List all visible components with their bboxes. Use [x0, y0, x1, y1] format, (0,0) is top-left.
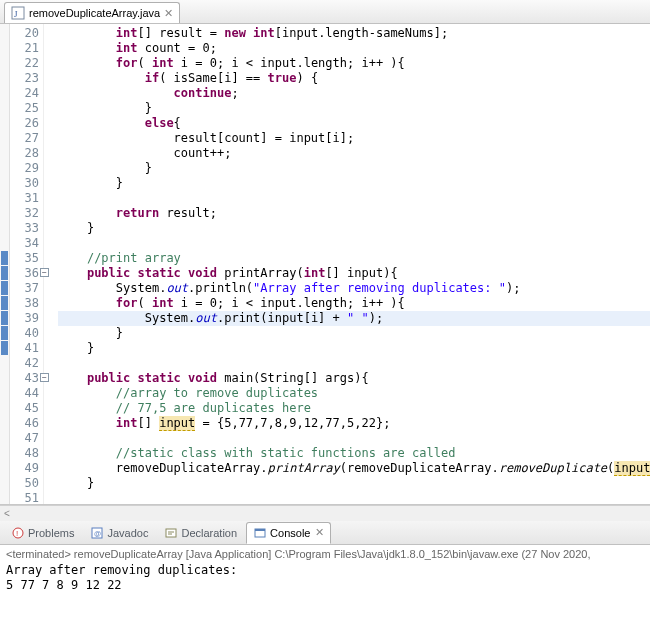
code-line[interactable]: } — [58, 161, 650, 176]
svg-text:@: @ — [94, 530, 101, 537]
marker-bar — [0, 24, 10, 504]
line-number: 46 — [10, 416, 39, 431]
line-number: 22 — [10, 56, 39, 71]
horizontal-scrollbar[interactable]: < — [0, 505, 650, 521]
code-line[interactable]: else{ — [58, 116, 650, 131]
line-number: 21 — [10, 41, 39, 56]
line-number: 43− — [10, 371, 39, 386]
line-number: 31 — [10, 191, 39, 206]
code-line[interactable]: System.out.print(input[i] + " "); — [58, 311, 650, 326]
line-number: 35 — [10, 251, 39, 266]
javadoc-icon: @ — [90, 526, 104, 540]
tab-problems-label: Problems — [28, 527, 74, 539]
code-line[interactable]: //static class with static functions are… — [58, 446, 650, 461]
line-number: 45 — [10, 401, 39, 416]
svg-rect-10 — [255, 529, 265, 531]
code-line[interactable]: System.out.println("Array after removing… — [58, 281, 650, 296]
views-tab-bar: ! Problems @ Javadoc Declaration Console… — [0, 521, 650, 545]
code-line[interactable]: for( int i = 0; i < input.length; i++ ){ — [58, 296, 650, 311]
code-line[interactable] — [58, 191, 650, 206]
line-number: 44 — [10, 386, 39, 401]
code-line[interactable]: count++; — [58, 146, 650, 161]
console-output[interactable]: Array after removing duplicates: 5 77 7 … — [0, 563, 650, 593]
line-number: 37 — [10, 281, 39, 296]
line-number: 42 — [10, 356, 39, 371]
close-icon[interactable]: ✕ — [164, 7, 173, 20]
code-line[interactable] — [58, 491, 650, 504]
code-line[interactable]: continue; — [58, 86, 650, 101]
line-number: 20 — [10, 26, 39, 41]
line-number: 26 — [10, 116, 39, 131]
code-line[interactable]: } — [58, 341, 650, 356]
code-area[interactable]: int[] result = new int[input.length-same… — [44, 24, 650, 504]
java-file-icon: J — [11, 6, 25, 20]
code-line[interactable] — [58, 356, 650, 371]
code-line[interactable]: //print array — [58, 251, 650, 266]
line-number-gutter: 2021222324252627282930313233343536−37383… — [10, 24, 44, 504]
svg-rect-6 — [166, 529, 176, 537]
code-line[interactable]: //array to remove duplicates — [58, 386, 650, 401]
code-line[interactable]: } — [58, 101, 650, 116]
tab-javadoc[interactable]: @ Javadoc — [83, 522, 155, 544]
line-number: 48 — [10, 446, 39, 461]
code-line[interactable]: } — [58, 476, 650, 491]
code-line[interactable]: public static void main(String[] args){ — [58, 371, 650, 386]
line-number: 33 — [10, 221, 39, 236]
tab-declaration[interactable]: Declaration — [157, 522, 244, 544]
tab-console[interactable]: Console ✕ — [246, 522, 331, 544]
scroll-left-icon[interactable]: < — [4, 508, 10, 519]
code-line[interactable]: int count = 0; — [58, 41, 650, 56]
line-number: 49 — [10, 461, 39, 476]
line-number: 27 — [10, 131, 39, 146]
change-marker — [1, 341, 8, 355]
tab-problems[interactable]: ! Problems — [4, 522, 81, 544]
code-line[interactable]: int[] result = new int[input.length-same… — [58, 26, 650, 41]
code-line[interactable]: removeDuplicateArray.printArray(removeDu… — [58, 461, 650, 476]
close-icon[interactable]: ✕ — [315, 526, 324, 539]
console-view: <terminated> removeDuplicateArray [Java … — [0, 545, 650, 617]
editor-tab-label: removeDuplicateArray.java — [29, 7, 160, 19]
line-number: 29 — [10, 161, 39, 176]
line-number: 50 — [10, 476, 39, 491]
tab-console-label: Console — [270, 527, 310, 539]
editor-tab-bar: J removeDuplicateArray.java ✕ — [0, 0, 650, 24]
line-number: 41 — [10, 341, 39, 356]
code-line[interactable]: result[count] = input[i]; — [58, 131, 650, 146]
code-line[interactable]: // 77,5 are duplicates here — [58, 401, 650, 416]
line-number: 28 — [10, 146, 39, 161]
svg-text:J: J — [14, 9, 18, 19]
code-line[interactable]: int[] input = {5,77,7,8,9,12,77,5,22}; — [58, 416, 650, 431]
line-number: 36− — [10, 266, 39, 281]
line-number: 51 — [10, 491, 39, 505]
console-line: 5 77 7 8 9 12 22 — [6, 578, 644, 593]
code-line[interactable]: } — [58, 221, 650, 236]
line-number: 25 — [10, 101, 39, 116]
code-line[interactable] — [58, 236, 650, 251]
change-marker — [1, 326, 8, 340]
svg-text:!: ! — [16, 529, 18, 538]
declaration-icon — [164, 526, 178, 540]
line-number: 39 — [10, 311, 39, 326]
change-marker — [1, 296, 8, 310]
change-marker — [1, 311, 8, 325]
line-number: 24 — [10, 86, 39, 101]
line-number: 38 — [10, 296, 39, 311]
tab-javadoc-label: Javadoc — [107, 527, 148, 539]
console-icon — [253, 526, 267, 540]
code-line[interactable]: return result; — [58, 206, 650, 221]
code-line[interactable]: } — [58, 326, 650, 341]
line-number: 30 — [10, 176, 39, 191]
code-editor[interactable]: 2021222324252627282930313233343536−37383… — [0, 24, 650, 505]
console-process-label: <terminated> removeDuplicateArray [Java … — [0, 545, 650, 563]
code-line[interactable]: for( int i = 0; i < input.length; i++ ){ — [58, 56, 650, 71]
console-line: Array after removing duplicates: — [6, 563, 644, 578]
code-line[interactable] — [58, 431, 650, 446]
code-line[interactable]: } — [58, 176, 650, 191]
line-number: 40 — [10, 326, 39, 341]
problems-icon: ! — [11, 526, 25, 540]
line-number: 32 — [10, 206, 39, 221]
code-line[interactable]: public static void printArray(int[] inpu… — [58, 266, 650, 281]
code-line[interactable]: if( isSame[i] == true) { — [58, 71, 650, 86]
tab-declaration-label: Declaration — [181, 527, 237, 539]
editor-tab-file[interactable]: J removeDuplicateArray.java ✕ — [4, 2, 180, 23]
